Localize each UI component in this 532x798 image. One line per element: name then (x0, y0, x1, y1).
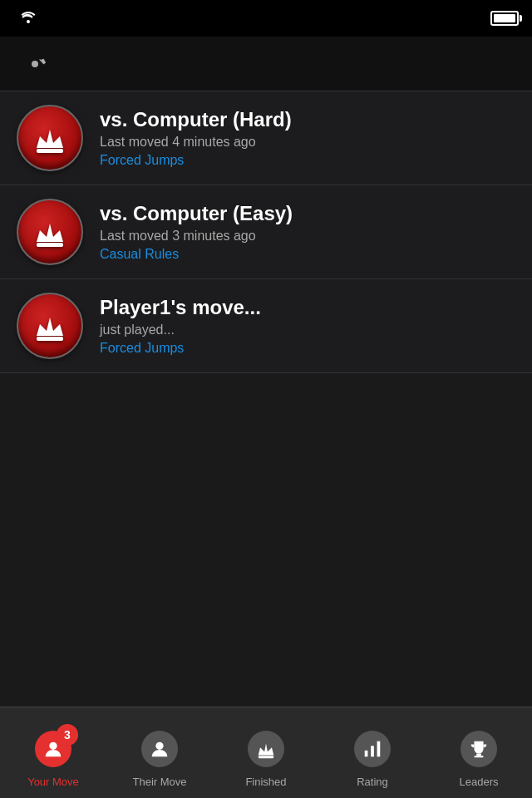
tab-leaders[interactable]: Leaders (426, 717, 532, 788)
game-subtitle: Last moved 3 minutes ago (100, 229, 515, 244)
wifi-icon (20, 10, 37, 27)
tab-icon (248, 731, 284, 767)
tab-bar: 3 Your Move Their Move Finished Rating (0, 707, 532, 798)
game-title: vs. Computer (Easy) (100, 202, 515, 225)
svg-rect-0 (37, 149, 63, 153)
game-info: vs. Computer (Hard) Last moved 4 minutes… (100, 108, 515, 168)
game-item[interactable]: vs. Computer (Hard) Last moved 4 minutes… (0, 91, 532, 185)
tab-rating[interactable]: Rating (319, 717, 426, 788)
tab-icon-container (244, 727, 288, 771)
tab-your-move[interactable]: 3 Your Move (0, 717, 106, 788)
tab-icon-container: 3 (32, 727, 75, 771)
svg-rect-8 (377, 741, 381, 757)
game-title: Player1's move... (100, 296, 515, 319)
tab-icon-container (457, 727, 500, 771)
tab-label: Rating (357, 776, 388, 788)
svg-rect-10 (474, 756, 483, 757)
battery-icon (490, 11, 519, 26)
svg-point-4 (155, 742, 163, 750)
game-info: Player1's move... just played... Forced … (100, 296, 515, 356)
svg-rect-5 (259, 756, 274, 758)
tab-label: Their Move (132, 776, 186, 788)
tab-icon (141, 731, 178, 767)
tab-label: Your Move (27, 776, 79, 788)
game-title: vs. Computer (Hard) (100, 108, 515, 131)
nav-bar (0, 37, 532, 91)
tab-icon-container (138, 727, 181, 771)
game-subtitle: just played... (100, 323, 515, 337)
tab-icon (461, 731, 497, 767)
game-info: vs. Computer (Easy) Last moved 3 minutes… (100, 202, 515, 262)
svg-rect-7 (371, 746, 374, 756)
game-list: vs. Computer (Hard) Last moved 4 minutes… (0, 91, 532, 373)
tab-badge: 3 (57, 724, 78, 746)
add-game-button[interactable] (479, 46, 515, 82)
svg-rect-1 (37, 243, 63, 247)
tab-finished[interactable]: Finished (213, 717, 319, 788)
game-rules: Forced Jumps (100, 341, 515, 356)
svg-rect-2 (37, 337, 63, 341)
tab-label: Leaders (460, 776, 499, 788)
crown-avatar (17, 105, 83, 171)
svg-point-3 (49, 742, 57, 750)
game-item[interactable]: Player1's move... just played... Forced … (0, 279, 532, 373)
tab-label: Finished (245, 776, 286, 788)
game-item[interactable]: vs. Computer (Easy) Last moved 3 minutes… (0, 185, 532, 279)
game-rules: Forced Jumps (100, 153, 515, 168)
settings-button[interactable] (17, 46, 53, 82)
status-bar (0, 0, 532, 37)
tab-icon-container (351, 727, 394, 771)
tab-their-move[interactable]: Their Move (106, 717, 213, 788)
svg-rect-9 (476, 754, 481, 756)
game-rules: Casual Rules (100, 247, 515, 262)
game-subtitle: Last moved 4 minutes ago (100, 135, 515, 150)
crown-avatar (17, 293, 83, 359)
svg-rect-6 (365, 751, 368, 756)
crown-avatar (17, 199, 83, 265)
tab-icon (354, 731, 391, 767)
